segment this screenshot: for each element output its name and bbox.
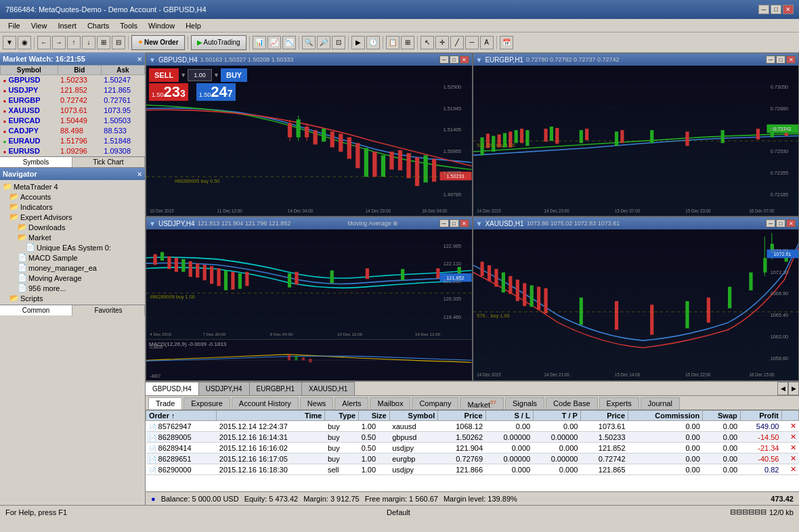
minimize-button[interactable]: ─ [758, 5, 769, 14]
toolbar-btn-1[interactable]: ▼ [3, 36, 16, 49]
nav-item-7[interactable]: 📄 MACD Sample [1, 252, 144, 263]
toolbar-chart-line[interactable]: 📈 [267, 36, 281, 49]
terminal-tab-alerts[interactable]: Alerts [334, 397, 368, 410]
chart-usdjpy-close[interactable]: ✕ [460, 219, 469, 227]
toolbar-play[interactable]: ▶ [351, 36, 365, 49]
toolbar-chart-bar[interactable]: 📊 [253, 36, 266, 49]
table-row[interactable]: 📄 86290000 2015.12.16 16:18:30 sell 1.00… [146, 464, 799, 475]
chart-eurgbp-close[interactable]: ✕ [786, 56, 796, 64]
close-button[interactable]: ✕ [783, 5, 794, 14]
sell-button[interactable]: SELL [149, 68, 179, 82]
market-watch-row[interactable]: ● EURCAD 1.50449 1.50503 [1, 116, 145, 126]
table-row[interactable]: 📄 86289005 2015.12.16 16:14:31 buy 0.50 … [146, 432, 799, 443]
toolbar-btn-3[interactable]: ← [37, 36, 51, 49]
toolbar-btn-6[interactable]: ↓ [82, 36, 95, 49]
toolbar-btn-2[interactable]: ◉ [18, 36, 31, 49]
terminal-tab-journal[interactable]: Journal [641, 397, 680, 410]
toolbar-crosshair[interactable]: ✛ [435, 36, 449, 49]
chart-gbpusd-max[interactable]: □ [450, 56, 459, 64]
tab-xauusd-h1[interactable]: XAUUSD,H1 [301, 382, 355, 395]
table-row[interactable]: 📄 85762947 2015.12.14 12:24:37 buy 1.00 … [146, 421, 799, 432]
nav-item-5[interactable]: 📂 Market [1, 232, 144, 242]
market-watch-close[interactable]: ✕ [137, 56, 142, 63]
toolbar-cursor[interactable]: ↖ [420, 36, 434, 49]
tab-symbols[interactable]: Symbols [0, 157, 72, 167]
nav-item-0[interactable]: 📁 MetaTrader 4 [1, 181, 144, 192]
market-watch-row[interactable]: ● EURAUD 1.51796 1.51848 [1, 136, 145, 146]
menu-tools[interactable]: Tools [114, 20, 143, 31]
navigator-close[interactable]: ✕ [137, 171, 142, 178]
terminal-tab-mailbox[interactable]: Mailbox [370, 397, 410, 410]
terminal-tab-codebase[interactable]: Code Base [546, 397, 597, 410]
terminal-tab-news[interactable]: News [300, 397, 334, 410]
toolbar-periods[interactable]: 📅 [500, 36, 513, 49]
toolbar-hline[interactable]: ─ [465, 36, 479, 49]
chart-gbpusd-close[interactable]: ✕ [460, 56, 469, 64]
nav-item-1[interactable]: 📂 Accounts [1, 192, 144, 202]
nav-tab-favorites[interactable]: Favorites [72, 305, 145, 315]
terminal-tab-experts[interactable]: Experts [599, 397, 639, 410]
chart-gbpusd-body[interactable]: SELL ▼ 1.00 ▼ BUY 1.50 23 3 [146, 66, 472, 216]
terminal-tab-company[interactable]: Company [412, 397, 458, 410]
chart-eurgbp-max[interactable]: □ [776, 56, 785, 64]
new-order-button[interactable]: ✦ New Order [131, 35, 185, 50]
toolbar-btn-7[interactable]: ⊞ [97, 36, 110, 49]
tab-gbpusd-h4[interactable]: GBPUSD,H4 [145, 382, 199, 395]
nav-item-2[interactable]: 📂 Indicators [1, 202, 144, 212]
market-watch-row[interactable]: ● GBPUSD 1.50233 1.50247 [1, 75, 145, 85]
terminal-tab-exposure[interactable]: Exposure [183, 397, 230, 410]
tab-eurgbp-h1[interactable]: EURGBP,H1 [249, 382, 303, 395]
nav-tab-common[interactable]: Common [0, 305, 72, 315]
nav-item-10[interactable]: 📄 956 more... [1, 283, 144, 293]
toolbar-btn-5[interactable]: ↑ [67, 36, 81, 49]
nav-item-4[interactable]: 📂 Downloads [1, 222, 144, 232]
chart-xauusd-min[interactable]: ─ [766, 219, 775, 227]
nav-item-11[interactable]: 📂 Scripts [1, 293, 144, 303]
chart-eurgbp-body[interactable]: 521.651 buy 1.00 0.72742 0.73050 0.72880… [473, 66, 799, 216]
chart-usdjpy-max[interactable]: □ [450, 219, 459, 227]
market-watch-row[interactable]: ● EURGBP 0.72742 0.72761 [1, 95, 145, 106]
market-watch-row[interactable]: ● EURUSD 1.09296 1.09308 [1, 146, 145, 156]
maximize-button[interactable]: □ [771, 5, 781, 14]
terminal-tab-signals[interactable]: Signals [505, 397, 544, 410]
toolbar-btn-4[interactable]: → [52, 36, 66, 49]
auto-trading-button[interactable]: ▶ AutoTrading [191, 35, 246, 50]
buy-button[interactable]: BUY [221, 68, 247, 82]
menu-charts[interactable]: Charts [82, 20, 114, 31]
chart-xauusd-body[interactable]: 579... buy 1.00 1072.61 1075.70 1072.30 … [473, 229, 799, 380]
nav-item-3[interactable]: 📂 Expert Advisors [1, 212, 144, 222]
tab-tick-chart[interactable]: Tick Chart [72, 157, 145, 167]
menu-file[interactable]: File [3, 20, 26, 31]
chart-usdjpy-min[interactable]: ─ [439, 219, 449, 227]
menu-insert[interactable]: Insert [52, 20, 82, 31]
orders-area[interactable]: Order ↑ Time Type Size Symbol Price S / … [146, 410, 799, 491]
terminal-tab-trade[interactable]: Trade [148, 397, 182, 410]
chart-tab-scroll-left[interactable]: ◀ [777, 382, 788, 395]
toolbar-chart-candle[interactable]: 📉 [282, 36, 296, 49]
market-watch-row[interactable]: ● XAUUSD 1073.61 1073.95 [1, 106, 145, 116]
market-watch-row[interactable]: ● CADJPY 88.498 88.533 [1, 126, 145, 136]
toolbar-text[interactable]: A [480, 36, 494, 49]
toolbar-zoom-out[interactable]: 🔎 [317, 36, 330, 49]
toolbar-templates[interactable]: ⊞ [401, 36, 414, 49]
chart-xauusd-close[interactable]: ✕ [786, 219, 796, 227]
chart-usdjpy-body[interactable]: #86289009 buy 1.00 121.852 122.985 122.1… [146, 229, 472, 380]
market-watch-row[interactable]: ● USDJPY 121.852 121.865 [1, 85, 145, 95]
menu-help[interactable]: Help [180, 20, 207, 31]
chart-gbpusd-min[interactable]: ─ [439, 56, 449, 64]
menu-window[interactable]: Window [143, 20, 180, 31]
toolbar-line[interactable]: ╱ [450, 36, 464, 49]
menu-view[interactable]: View [26, 20, 53, 31]
terminal-tab-market[interactable]: Market57 [460, 397, 504, 410]
toolbar-btn-8[interactable]: ⊟ [112, 36, 125, 49]
nav-item-9[interactable]: 📄 Moving Average [1, 273, 144, 283]
toolbar-indicators[interactable]: 📋 [386, 36, 400, 49]
tab-usdjpy-h4[interactable]: USDJPY,H4 [198, 382, 250, 395]
table-row[interactable]: 📄 86289414 2015.12.16 16:16:02 buy 0.50 … [146, 443, 799, 453]
nav-item-6[interactable]: 📄 Unique EAs System 0: [1, 242, 144, 252]
table-row[interactable]: 📄 86289651 2015.12.16 16:17:05 buy 1.00 … [146, 453, 799, 464]
terminal-tab-account-history[interactable]: Account History [232, 397, 299, 410]
nav-item-8[interactable]: 📄 money_manager_ea [1, 263, 144, 273]
chart-xauusd-max[interactable]: □ [776, 219, 785, 227]
chart-tab-scroll-right[interactable]: ▶ [788, 382, 799, 395]
